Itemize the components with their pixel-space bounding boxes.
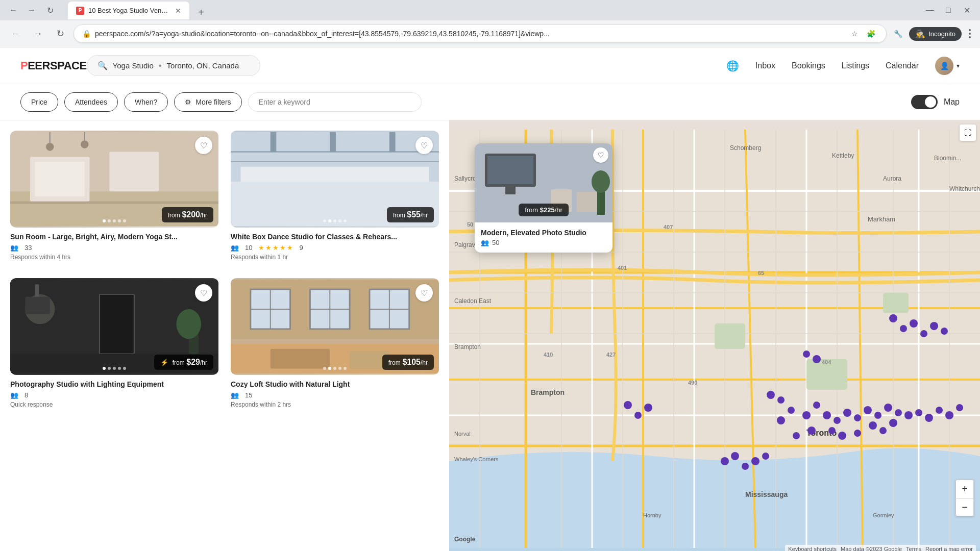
listing-card-2[interactable]: ♡ from $55/hr White Box Dance Studio fo: [231, 131, 439, 266]
svg-text:410: 410: [544, 352, 553, 358]
zoom-in-button[interactable]: +: [955, 480, 974, 498]
map-popup[interactable]: ♡ from $225/hr Modern, Elevated Photo St…: [475, 143, 612, 253]
tab-bar: P 10 Best Yoga Studio Venues - To... ✕ +: [61, 1, 214, 19]
filters-bar: Price Attendees When? ⚙ More filters Map: [0, 84, 980, 120]
svg-point-123: [889, 419, 897, 427]
terms-link[interactable]: Terms: [906, 546, 921, 551]
incognito-label: Incognito: [928, 30, 955, 38]
minimize-button[interactable]: —: [923, 3, 937, 17]
tab-close-button[interactable]: ✕: [175, 7, 181, 15]
more-filters-button[interactable]: ⚙ More filters: [174, 92, 241, 112]
keyboard-shortcuts[interactable]: Keyboard shortcuts: [788, 546, 837, 551]
favorite-button-2[interactable]: ♡: [415, 137, 433, 154]
browser-titlebar: ← → ↻ P 10 Best Yoga Studio Venues - To.…: [0, 0, 980, 20]
image-dots-3: [103, 367, 126, 370]
back-button[interactable]: ←: [6, 3, 20, 17]
nav-listings[interactable]: Listings: [842, 61, 869, 70]
bookmark-button[interactable]: ☆: [847, 27, 862, 41]
listing-image-wrap-4: ♡ from $105/hr: [231, 278, 439, 375]
svg-text:65: 65: [758, 270, 764, 276]
dot4-4: [338, 367, 341, 370]
svg-text:Gormley: Gormley: [873, 512, 894, 518]
listing-card-3[interactable]: ♡ ⚡ from $29/hr Photography: [10, 278, 218, 413]
svg-text:Kettleby: Kettleby: [832, 152, 854, 159]
extensions-button[interactable]: 🔧: [891, 27, 905, 41]
dot2-1: [323, 219, 326, 222]
secure-icon: 🔒: [82, 30, 91, 38]
svg-point-107: [823, 411, 831, 419]
search-icon: 🔍: [97, 61, 108, 70]
price-amount-4: $105: [402, 358, 421, 366]
popup-capacity-value: 50: [492, 239, 499, 246]
attendees-filter-button[interactable]: Attendees: [64, 92, 118, 112]
dot4-1: [323, 367, 326, 370]
user-menu[interactable]: 👤 ▾: [935, 57, 960, 75]
listing-card-4[interactable]: ♡ from $105/hr Cozy Loft Studio with Na: [231, 278, 439, 413]
map-fullscreen-button[interactable]: ⛶: [960, 124, 976, 141]
nav-bookings[interactable]: Bookings: [792, 61, 825, 70]
svg-rect-16: [330, 132, 336, 152]
svg-point-134: [941, 328, 948, 335]
popup-heart-button[interactable]: ♡: [593, 147, 608, 163]
svg-text:Hornby: Hornby: [643, 512, 662, 518]
svg-point-143: [803, 350, 810, 358]
svg-text:Whaley's Corners: Whaley's Corners: [454, 456, 499, 462]
nav-inbox[interactable]: Inbox: [755, 61, 775, 70]
zoom-out-button[interactable]: −: [955, 498, 974, 516]
favorite-button-4[interactable]: ♡: [415, 284, 433, 302]
popup-capacity-icon: 👥: [481, 239, 489, 246]
favorite-button-3[interactable]: ♡: [195, 284, 212, 302]
svg-point-144: [813, 355, 821, 363]
svg-text:Bloomin...: Bloomin...: [934, 155, 961, 162]
extension-button[interactable]: 🧩: [864, 27, 878, 41]
popup-price-badge: from $225/hr: [519, 204, 569, 216]
popup-price-unit: /hr: [555, 206, 562, 214]
listing-title-2: White Box Dance Studio for Classes & Reh…: [231, 233, 439, 241]
search-query: Yoga Studio: [113, 61, 154, 70]
incognito-badge: 🕵️ Incognito: [909, 27, 962, 41]
listing-info-2: White Box Dance Studio for Classes & Reh…: [231, 228, 439, 266]
dot2-2: [328, 219, 331, 222]
chrome-menu-button[interactable]: [966, 26, 974, 41]
listing-response-2: Responds within 1 hr: [231, 254, 439, 261]
price-badge-2: from $55/hr: [387, 207, 434, 222]
map-panel[interactable]: Brampton Toronto Mississauga Markham Aur…: [449, 120, 980, 551]
new-tab-button[interactable]: +: [194, 5, 208, 19]
nav-calendar[interactable]: Calendar: [886, 61, 919, 70]
listing-image-wrap-1: ♡ from $200/hr: [10, 131, 218, 228]
peerspace-logo[interactable]: PEERSPACE: [20, 59, 87, 72]
price-filter-button[interactable]: Price: [20, 92, 58, 112]
map-toggle-switch[interactable]: [911, 95, 938, 109]
google-watermark: Google: [454, 536, 475, 543]
keyword-input[interactable]: [248, 92, 422, 112]
svg-text:404: 404: [822, 359, 831, 365]
svg-point-155: [592, 170, 610, 193]
forward-button[interactable]: →: [24, 3, 39, 17]
back-nav-button[interactable]: ←: [6, 24, 24, 43]
capacity-icon-4: 👥: [231, 391, 239, 399]
popup-price-from: from: [525, 206, 538, 214]
listing-meta-2: 👥 10 ★★★★★ 9: [231, 244, 439, 252]
report-error-link[interactable]: Report a map error: [925, 546, 973, 551]
svg-rect-3: [35, 162, 85, 196]
listing-card-1[interactable]: ♡ from $200/hr Sun Room - Large, Bright: [10, 131, 218, 266]
price-per-4: /hr: [421, 359, 428, 366]
svg-rect-24: [25, 297, 50, 314]
search-bar[interactable]: 🔍 Yoga Studio • Toronto, ON, Canada: [87, 55, 260, 76]
language-icon[interactable]: 🌐: [726, 60, 739, 72]
svg-rect-9: [10, 202, 218, 204]
svg-text:490: 490: [688, 380, 697, 386]
maximize-button[interactable]: □: [941, 3, 955, 17]
when-filter-button[interactable]: When?: [124, 92, 168, 112]
address-bar[interactable]: 🔒 peerspace.com/s/?a=yoga-studio&locatio…: [74, 24, 887, 43]
svg-point-138: [762, 453, 769, 460]
reload-button[interactable]: ↻: [43, 3, 57, 17]
forward-nav-button[interactable]: →: [29, 24, 47, 43]
active-tab[interactable]: P 10 Best Yoga Studio Venues - To... ✕: [67, 1, 190, 19]
close-window-button[interactable]: ✕: [960, 3, 974, 17]
reload-nav-button[interactable]: ↻: [51, 24, 69, 43]
favorite-button-1[interactable]: ♡: [195, 137, 212, 154]
svg-point-103: [777, 416, 785, 424]
svg-point-7: [81, 140, 89, 148]
svg-text:Mississauga: Mississauga: [745, 490, 788, 498]
